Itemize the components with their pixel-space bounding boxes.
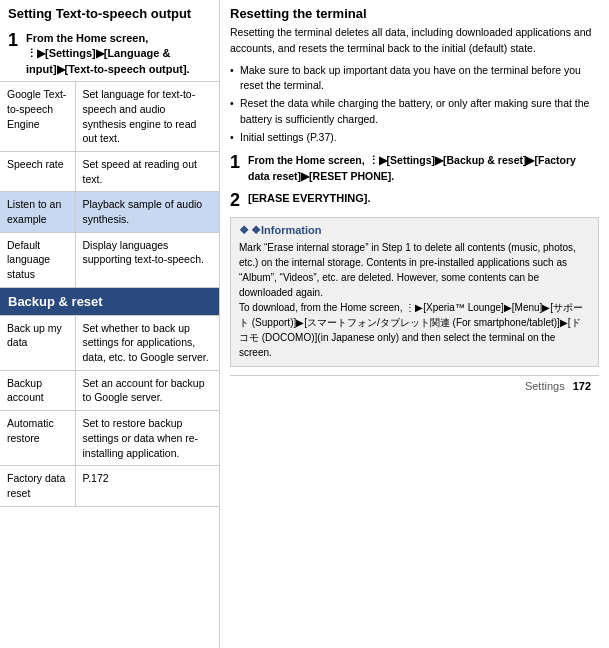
right-step1-text: From the Home screen, ⋮▶[Settings]▶[Back…	[248, 153, 599, 185]
table-cell-desc: Set speed at reading out text.	[75, 151, 219, 191]
table-row: Speech rateSet speed at reading out text…	[0, 151, 219, 191]
table-cell-label: Automatic restore	[0, 411, 75, 466]
backup-header: Backup & reset	[0, 288, 219, 315]
right-column: Resetting the terminal Resetting the ter…	[220, 0, 609, 648]
left-section-title: Setting Text-to-speech output	[0, 0, 219, 27]
page-number: 172	[573, 380, 591, 392]
table-row: Google Text-to-speech EngineSet language…	[0, 82, 219, 152]
table-cell-desc: Display languages supporting text-to-spe…	[75, 232, 219, 287]
table-cell-label: Backup account	[0, 370, 75, 410]
right-section-title: Resetting the terminal	[230, 0, 599, 25]
step1-text: From the Home screen, ⋮▶[Settings]▶[Lang…	[26, 31, 211, 77]
left-column: Setting Text-to-speech output 1 From the…	[0, 0, 220, 648]
backup-table: Back up my dataSet whether to back up se…	[0, 315, 219, 507]
table-row: Back up my dataSet whether to back up se…	[0, 315, 219, 370]
bullet-list: Make sure to back up important data you …	[230, 63, 599, 146]
list-item: Initial settings (P.37).	[230, 130, 599, 146]
table-row: Factory data resetP.172	[0, 466, 219, 506]
table-row: Listen to an examplePlayback sample of a…	[0, 192, 219, 232]
list-item: Make sure to back up important data you …	[230, 63, 599, 95]
info-diamond-icon: ❖	[239, 224, 249, 236]
right-step1-number: 1	[230, 153, 242, 173]
table-cell-desc: Playback sample of audio synthesis.	[75, 192, 219, 232]
table-cell-desc: Set to restore backup settings or data w…	[75, 411, 219, 466]
table-cell-label: Factory data reset	[0, 466, 75, 506]
settings-label: Settings	[525, 380, 565, 392]
info-title-text: ❖Information	[251, 224, 322, 236]
table-cell-desc: P.172	[75, 466, 219, 506]
bottom-bar: Settings 172	[230, 375, 599, 396]
info-box-title: ❖❖Information	[239, 224, 590, 237]
right-step2-number: 2	[230, 191, 242, 211]
tts-table: Google Text-to-speech EngineSet language…	[0, 81, 219, 288]
info-body-text: Mark “Erase internal storage” in Step 1 …	[239, 240, 590, 360]
table-cell-label: Speech rate	[0, 151, 75, 191]
right-step2-text: [ERASE EVERYTHING].	[248, 191, 370, 206]
table-cell-label: Back up my data	[0, 315, 75, 370]
step1-number: 1	[8, 31, 20, 51]
step1-row: 1 From the Home screen, ⋮▶[Settings]▶[La…	[0, 27, 219, 81]
right-step1-row: 1 From the Home screen, ⋮▶[Settings]▶[Ba…	[230, 153, 599, 185]
table-cell-desc: Set an account for backup to Google serv…	[75, 370, 219, 410]
table-cell-desc: Set language for text-to-speech and audi…	[75, 82, 219, 152]
table-cell-label: Default language status	[0, 232, 75, 287]
table-cell-desc: Set whether to back up settings for appl…	[75, 315, 219, 370]
right-step2-row: 2 [ERASE EVERYTHING].	[230, 191, 599, 211]
info-box: ❖❖Information Mark “Erase internal stora…	[230, 217, 599, 367]
table-row: Automatic restoreSet to restore backup s…	[0, 411, 219, 466]
list-item: Reset the data while charging the batter…	[230, 96, 599, 128]
right-intro: Resetting the terminal deletes all data,…	[230, 25, 599, 57]
table-row: Default language statusDisplay languages…	[0, 232, 219, 287]
table-cell-label: Listen to an example	[0, 192, 75, 232]
table-row: Backup accountSet an account for backup …	[0, 370, 219, 410]
table-cell-label: Google Text-to-speech Engine	[0, 82, 75, 152]
